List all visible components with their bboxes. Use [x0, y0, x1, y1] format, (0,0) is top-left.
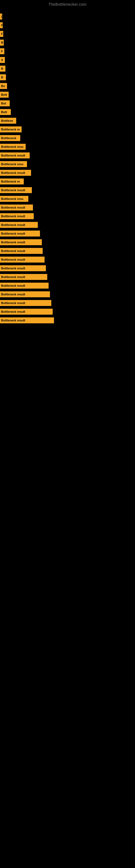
bar-row: Bottleneck re: [0, 178, 135, 185]
page-container: TheBottlenecker.com |FFBFSBBBoBottBotBot…: [0, 0, 135, 868]
bar-row: B: [0, 65, 135, 72]
bar-row: Bottleneck: [0, 134, 135, 142]
bar-row: Bottleneck result: [0, 256, 135, 263]
bar-item: Bottleneck result: [0, 291, 50, 297]
bar-label: Bott: [1, 93, 7, 96]
bar-item: Bottleneck result: [0, 283, 49, 289]
bar-label: Bottlene: [1, 119, 13, 122]
bar-row: Bottleneck result: [0, 273, 135, 280]
bar-item: Bottleneck result: [0, 309, 53, 315]
bar-row: Bottleneck result: [0, 300, 135, 307]
bar-row: F: [0, 48, 135, 55]
bar-label: |: [1, 15, 2, 18]
bar-item: Bottleneck resu: [0, 144, 26, 150]
bar-label: Bottleneck result: [1, 319, 25, 322]
bar-label: Bottleneck result: [1, 284, 25, 287]
bar-label: Bottleneck result: [1, 301, 25, 305]
bar-label: Bottleneck result: [1, 188, 25, 192]
bar-row: Bot: [0, 100, 135, 107]
bar-label: Bottleneck result: [1, 215, 25, 218]
bar-item: Bottleneck result: [0, 239, 42, 245]
bar-row: Bo: [0, 83, 135, 90]
bar-item: Bot: [0, 100, 10, 106]
bar-item: Bottleneck resu: [0, 196, 28, 202]
bar-label: Bottleneck result: [1, 223, 25, 226]
bar-label: Bottleneck result: [1, 171, 25, 175]
bar-label: F: [1, 50, 3, 53]
bar-label: Bottleneck resu: [1, 162, 24, 166]
bar-item: Bottleneck result: [0, 170, 31, 176]
bar-row: Bottleneck result: [0, 308, 135, 315]
bar-item: B: [0, 74, 6, 80]
bar-row: Bottleneck result: [0, 282, 135, 289]
bar-row: Bottleneck result: [0, 317, 135, 324]
bar-item: Bottleneck result: [0, 257, 45, 262]
bar-row: Bott: [0, 108, 135, 116]
bar-item: Bottleneck result: [0, 213, 34, 219]
bar-row: B: [0, 39, 135, 46]
bar-item: Bo: [0, 83, 7, 89]
bar-label: Bo: [1, 84, 5, 88]
bar-item: Bottleneck result: [0, 230, 40, 237]
bar-label: F: [1, 32, 3, 35]
bar-label: Bot: [1, 102, 6, 105]
bar-item: Bottleneck result: [0, 317, 54, 323]
bar-row: Bottleneck result: [0, 265, 135, 272]
bar-item: Bottlene: [0, 118, 16, 124]
bar-item: Bott: [0, 109, 11, 115]
bar-item: Bottleneck result: [0, 187, 32, 193]
bar-row: Bottleneck result: [0, 221, 135, 228]
bar-item: |: [0, 13, 2, 20]
bar-item: Bottleneck re: [0, 126, 21, 132]
bar-item: Bottleneck re: [0, 179, 24, 184]
bar-row: Bottlene: [0, 117, 135, 124]
bar-row: |: [0, 13, 135, 20]
bar-label: Bottleneck result: [1, 232, 25, 235]
bar-item: Bott: [0, 92, 9, 98]
bar-row: Bottleneck re: [0, 126, 135, 133]
bar-label: Bottleneck result: [1, 310, 25, 313]
bar-row: Bottleneck result: [0, 247, 135, 254]
bar-label: Bottleneck result: [1, 275, 25, 279]
bar-row: Bottleneck result: [0, 152, 135, 159]
bar-row: Bottleneck result: [0, 239, 135, 246]
bar-row: S: [0, 56, 135, 63]
bar-label: Bottleneck result: [1, 206, 25, 209]
bar-item: Bottleneck result: [0, 205, 33, 211]
bar-item: Bottleneck result: [0, 300, 51, 306]
bar-row: Bottleneck result: [0, 213, 135, 220]
bar-label: Bottleneck re: [1, 180, 20, 183]
bar-item: B: [0, 66, 5, 72]
bar-item: Bottleneck: [0, 135, 20, 141]
bar-item: B: [0, 40, 4, 45]
bar-row: Bottleneck resu: [0, 161, 135, 167]
bar-label: Bottleneck result: [1, 249, 25, 252]
bar-label: Bott: [1, 111, 7, 114]
bar-row: Bottleneck resu: [0, 195, 135, 203]
bar-item: F: [0, 22, 3, 28]
bar-row: Bottleneck result: [0, 187, 135, 194]
bar-item: Bottleneck result: [0, 222, 38, 228]
bar-row: Bottleneck result: [0, 230, 135, 237]
bar-label: Bottleneck result: [1, 258, 25, 261]
bar-label: B: [1, 41, 3, 44]
bars-container: |FFBFSBBBoBottBotBottBottleneBottleneck …: [0, 8, 135, 328]
bar-label: Bottleneck result: [1, 241, 25, 244]
bar-item: Bottleneck result: [0, 152, 30, 158]
bar-label: Bottleneck result: [1, 267, 25, 270]
bar-label: F: [1, 24, 3, 27]
bar-row: Bottleneck result: [0, 204, 135, 211]
bar-item: Bottleneck resu: [0, 161, 27, 167]
bar-label: Bottleneck re: [1, 128, 20, 131]
bar-row: Bott: [0, 91, 135, 98]
bar-label: Bottleneck: [1, 136, 16, 140]
bar-item: Bottleneck result: [0, 248, 43, 254]
bar-label: B: [1, 67, 3, 70]
bar-label: Bottleneck resu: [1, 145, 24, 148]
bar-label: S: [1, 58, 3, 62]
bar-label: Bottleneck result: [1, 154, 25, 157]
bar-item: F: [0, 48, 4, 54]
bar-item: Bottleneck result: [0, 265, 46, 271]
bar-row: Bottleneck result: [0, 169, 135, 176]
bar-label: B: [1, 76, 3, 79]
